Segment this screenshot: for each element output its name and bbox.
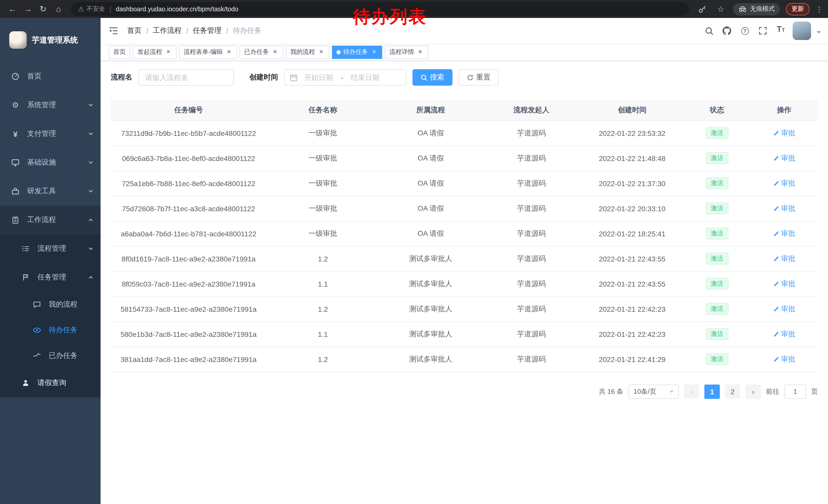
- sidebar-item-task-management[interactable]: 任务管理: [0, 263, 100, 292]
- search-icon: [421, 74, 427, 81]
- toolbox-icon: [10, 187, 20, 195]
- task-id-cell: 381aa1dd-7ac8-11ec-a9e2-a2380e71991a: [111, 347, 266, 372]
- font-size-icon[interactable]: TT: [775, 25, 787, 37]
- tab-my-process[interactable]: 我的流程 ×: [286, 45, 329, 59]
- breadcrumb-workflow[interactable]: 工作流程: [153, 26, 181, 35]
- fullscreen-icon[interactable]: [757, 25, 769, 37]
- close-icon[interactable]: ×: [165, 48, 172, 56]
- pencil-icon: [773, 356, 779, 362]
- approve-link[interactable]: 审批: [773, 129, 795, 138]
- star-icon[interactable]: ☆: [715, 3, 727, 15]
- tab-done-tasks[interactable]: 已办任务 ×: [240, 45, 283, 59]
- table-row: 8f0d1619-7ac8-11ec-a9e2-a2380e71991a 1.2…: [111, 246, 818, 271]
- process-name-input[interactable]: [138, 69, 234, 86]
- approve-link[interactable]: 审批: [773, 153, 795, 163]
- tab-home[interactable]: 首页: [109, 45, 130, 59]
- breadcrumb-separator: /: [186, 27, 188, 35]
- tab-process-form-edit[interactable]: 流程表单-编辑 ×: [179, 45, 237, 59]
- goto-page-input[interactable]: [784, 384, 806, 399]
- approve-link[interactable]: 审批: [773, 179, 795, 188]
- process-starter-cell: 芋道源码: [482, 196, 581, 221]
- pencil-icon: [773, 281, 779, 287]
- close-icon[interactable]: ×: [318, 48, 325, 56]
- tab-process-detail[interactable]: 流程详情 ×: [385, 45, 428, 59]
- sidebar-item-payment[interactable]: ¥ 支付管理: [0, 120, 100, 148]
- end-date-input[interactable]: [344, 73, 386, 82]
- approve-link[interactable]: 审批: [773, 355, 795, 364]
- yen-icon: ¥: [10, 130, 20, 138]
- page-button-1[interactable]: 1: [704, 384, 720, 399]
- url-text[interactable]: dashboard.yudao.iocoder.cn/bpm/task/todo: [116, 5, 238, 12]
- sidebar-collapse-icon[interactable]: [109, 27, 118, 35]
- prev-page-button[interactable]: ‹: [684, 384, 699, 399]
- column-status: 状态: [683, 100, 750, 121]
- breadcrumb-home[interactable]: 首页: [127, 26, 141, 35]
- tab-todo-tasks[interactable]: 待办任务 ×: [332, 45, 382, 59]
- pencil-icon: [773, 306, 779, 312]
- browser-chrome: ← → ↻ ⌂ ⚠ 不安全 dashboard.yudao.iocoder.cn…: [0, 0, 828, 18]
- warning-icon: ⚠: [78, 5, 84, 13]
- avatar-caret-icon[interactable]: [817, 31, 821, 35]
- forward-icon[interactable]: →: [20, 2, 35, 16]
- sidebar-item-system[interactable]: ⚙ 系统管理: [0, 91, 100, 120]
- approve-link[interactable]: 审批: [773, 254, 795, 263]
- app-logo[interactable]: 芋道管理系统: [0, 18, 100, 62]
- sidebar-item-done-tasks[interactable]: 已办任务: [0, 343, 100, 369]
- actions-cell: 审批: [750, 121, 818, 146]
- app-title: 芋道管理系统: [32, 35, 78, 45]
- actions-cell: 审批: [750, 196, 818, 221]
- sidebar-item-home[interactable]: 首页: [0, 62, 100, 91]
- close-icon[interactable]: ×: [225, 48, 233, 56]
- sidebar-item-infrastructure[interactable]: 基础设施: [0, 148, 100, 177]
- chevron-down-icon: [88, 102, 93, 108]
- create-time-cell: 2022-01-22 23:53:32: [581, 121, 684, 146]
- tab-start-process[interactable]: 发起流程 ×: [133, 45, 176, 59]
- security-label[interactable]: 不安全: [86, 5, 105, 13]
- search-button[interactable]: 搜索: [412, 69, 452, 86]
- close-icon[interactable]: ×: [272, 48, 279, 56]
- sidebar-item-leave-query[interactable]: 请假查询: [0, 369, 100, 397]
- task-id-cell: 580e1b3d-7ac8-11ec-a9e2-a2380e71991a: [111, 321, 266, 347]
- approve-link[interactable]: 审批: [773, 329, 795, 339]
- search-icon[interactable]: [703, 25, 715, 37]
- sidebar-item-workflow[interactable]: 工作流程: [0, 205, 100, 234]
- page-button-2[interactable]: 2: [725, 384, 740, 399]
- process-starter-cell: 芋道源码: [482, 221, 581, 246]
- filter-form: 流程名 创建时间 - 搜: [111, 69, 818, 86]
- key-icon[interactable]: [696, 3, 708, 15]
- close-icon[interactable]: ×: [370, 48, 378, 56]
- address-bar[interactable]: ⚠ 不安全 dashboard.yudao.iocoder.cn/bpm/tas…: [71, 2, 689, 16]
- breadcrumb-separator: /: [146, 27, 148, 35]
- avatar[interactable]: [793, 21, 811, 40]
- task-name-cell: 1.1: [266, 271, 379, 296]
- sidebar-item-devtools[interactable]: 研发工具: [0, 177, 100, 205]
- reset-button[interactable]: 重置: [459, 69, 499, 86]
- github-icon[interactable]: [721, 25, 733, 37]
- help-icon[interactable]: ?: [739, 25, 751, 37]
- incognito-badge: 无痕模式: [733, 3, 780, 15]
- date-range-picker[interactable]: -: [284, 69, 406, 86]
- table-row: a6aba0a4-7b6d-11ec-b781-acde48001122 一级审…: [111, 221, 818, 246]
- page-size-select[interactable]: 10条/页: [628, 384, 679, 399]
- approve-link[interactable]: 审批: [773, 229, 795, 238]
- approve-link[interactable]: 审批: [773, 204, 795, 213]
- approve-link[interactable]: 审批: [773, 279, 795, 288]
- approve-link[interactable]: 审批: [773, 304, 795, 314]
- update-button[interactable]: 更新: [786, 3, 810, 15]
- next-page-button[interactable]: ›: [745, 384, 761, 399]
- status-badge: 激活: [706, 354, 728, 365]
- home-icon[interactable]: ⌂: [51, 2, 66, 16]
- sidebar-item-todo-tasks[interactable]: 待办任务: [0, 317, 100, 343]
- actions-cell: 审批: [750, 347, 818, 372]
- task-id-cell: 73211d9d-7b9b-11ec-b5b7-acde48001122: [111, 121, 266, 146]
- sidebar-item-my-process[interactable]: 我的流程: [0, 292, 100, 317]
- breadcrumb-task-management[interactable]: 任务管理: [193, 26, 222, 35]
- browser-menu-icon[interactable]: ⋮: [816, 5, 823, 13]
- start-date-input[interactable]: [297, 73, 340, 82]
- chrome-actions: ☆ 无痕模式 更新 ⋮: [696, 3, 823, 15]
- status-badge: 激活: [706, 228, 728, 239]
- close-icon[interactable]: ×: [417, 48, 424, 56]
- sidebar-item-process-management[interactable]: 流程管理: [0, 234, 100, 263]
- refresh-icon[interactable]: ↻: [36, 2, 50, 16]
- back-icon[interactable]: ←: [5, 2, 19, 16]
